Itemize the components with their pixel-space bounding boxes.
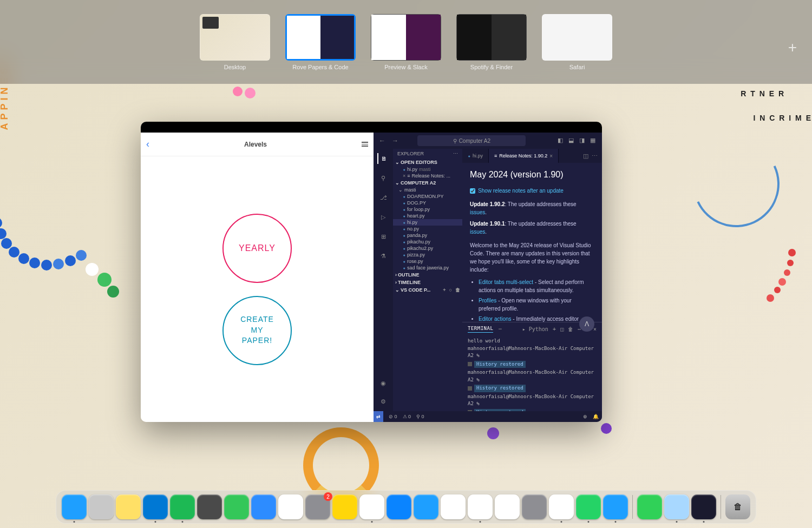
status-warnings[interactable]: ⚠ 0 — [403, 414, 411, 419]
back-button[interactable]: ‹ — [146, 138, 149, 150]
file-row[interactable]: ⬥heart.py — [393, 213, 462, 219]
split-terminal-icon[interactable]: ◫ — [560, 326, 564, 332]
dock-zoom[interactable] — [251, 494, 276, 519]
accounts-icon[interactable]: ◉ — [378, 378, 389, 388]
file-row[interactable]: ⬥no.py — [393, 226, 462, 232]
yearly-button[interactable]: YEARLY — [222, 214, 292, 283]
file-row[interactable]: ⬥hi.py — [393, 219, 462, 226]
layout-sidebar-left-icon[interactable]: ◧ — [558, 137, 565, 144]
add-space-button[interactable]: + — [788, 39, 797, 56]
space-preview-slack[interactable]: Preview & Slack — [371, 14, 441, 70]
file-row[interactable]: ⬥rose.py — [393, 258, 462, 265]
split-window[interactable]: ‹ Alevels YEARLY CREATE MY PAPER! ← → ⚲ … — [141, 122, 602, 422]
dock-calculator[interactable] — [197, 494, 222, 519]
dock-mail[interactable] — [414, 494, 438, 519]
open-editor-item[interactable]: ⬥ hi.py masti — [393, 166, 462, 173]
layout-sidebar-right-icon[interactable]: ◨ — [579, 137, 587, 144]
status-ports[interactable]: ⚲ 0 — [416, 414, 424, 419]
source-control-icon[interactable]: ⎇ — [378, 192, 389, 203]
layout-customize-icon[interactable]: ▦ — [590, 137, 598, 144]
copilot-icon[interactable]: ⊕ — [583, 414, 587, 419]
more-icon[interactable]: ⋯ — [453, 151, 458, 156]
dock-launchpad[interactable] — [89, 494, 114, 519]
dock-clock[interactable] — [441, 494, 466, 519]
file-row[interactable]: ⬥pizza.py — [393, 252, 462, 258]
testing-icon[interactable]: ⚗ — [378, 250, 389, 261]
file-row[interactable]: ⬥pikachu.py — [393, 239, 462, 245]
highlight-link[interactable]: Profiles — [479, 298, 496, 303]
dock-rovepapers[interactable] — [691, 494, 716, 519]
terminal-tab[interactable]: TERMINAL — [468, 326, 493, 333]
show-release-checkbox[interactable]: Show release notes after an update — [470, 187, 594, 195]
file-row[interactable]: ⬥DOG.PY — [393, 200, 462, 206]
timeline-section[interactable]: › TIMELINE — [393, 279, 462, 286]
settings-gear-icon[interactable]: ⚙ — [378, 396, 389, 407]
file-row[interactable]: ⬥DOAREMON.PY — [393, 193, 462, 200]
run-debug-icon[interactable]: ▷ — [378, 212, 389, 222]
tab-hi-py[interactable]: ⬥ hi.py — [462, 149, 489, 163]
release-notes-content[interactable]: May 2024 (version 1.90) Show release not… — [462, 163, 602, 322]
issues-link[interactable]: issues — [470, 209, 485, 215]
dock-roblox[interactable] — [522, 494, 547, 519]
space-rove-code[interactable]: Rove Papers & Code — [285, 14, 356, 70]
tab-release-notes[interactable]: ≡ Release Notes: 1.90.2 × — [489, 149, 559, 163]
space-safari[interactable]: Safari — [542, 14, 612, 70]
dock-notion[interactable] — [468, 494, 493, 519]
dock-settings[interactable]: 2 — [305, 494, 330, 519]
dock-slack[interactable] — [549, 494, 574, 519]
extensions-icon[interactable]: ⊞ — [378, 231, 389, 242]
more-icon[interactable]: ⋯ — [499, 326, 501, 332]
file-row[interactable]: ⬥panda.py — [393, 232, 462, 239]
space-desktop[interactable]: Desktop — [200, 14, 270, 70]
issues-link[interactable]: issues — [470, 229, 485, 235]
more-icon[interactable]: ⋯ — [592, 153, 598, 160]
explorer-icon[interactable]: 🗎 — [377, 153, 388, 164]
file-row[interactable]: ⬥pikachu2.py — [393, 245, 462, 252]
close-icon[interactable]: × — [549, 153, 553, 159]
command-center[interactable]: ⚲ Computer A2 — [417, 135, 526, 146]
search-icon[interactable]: ⚲ — [378, 173, 389, 183]
outline-section[interactable]: › OUTLINE — [393, 271, 462, 279]
workspace-section[interactable]: ⌄ COMPUTER A2 — [393, 179, 462, 187]
close-icon[interactable]: × — [403, 173, 405, 179]
nav-forward-icon[interactable]: → — [391, 137, 400, 144]
remote-indicator[interactable]: ⇄ — [374, 411, 383, 422]
status-errors[interactable]: ⊘ 0 — [389, 414, 397, 419]
trash-icon[interactable]: 🗑 — [568, 326, 573, 332]
create-paper-button[interactable]: CREATE MY PAPER! — [222, 296, 292, 365]
open-editor-item[interactable]: × ≡ Release Notes: ... — [393, 173, 462, 179]
add-terminal-icon[interactable]: + — [553, 326, 556, 332]
open-editors-section[interactable]: ⌄ OPEN EDITORS — [393, 159, 462, 166]
space-spotify-finder[interactable]: Spotify & Finder — [456, 14, 527, 70]
dock-trash[interactable]: 🗑 — [725, 494, 750, 519]
dock-safari[interactable] — [603, 494, 628, 519]
terminal-body[interactable]: hello worldmahnoorfaisal@Mahnoors-MacBoo… — [462, 335, 602, 411]
dock-chrome[interactable] — [359, 494, 384, 519]
dock-calendar[interactable] — [495, 494, 520, 519]
dock-spotify[interactable] — [170, 494, 195, 519]
folder-row[interactable]: ⌄ masti — [393, 187, 462, 193]
circle-icon[interactable]: ○ — [449, 287, 452, 293]
dock-photos[interactable] — [278, 494, 303, 519]
highlight-link[interactable]: Editor actions — [479, 316, 512, 322]
layout-panel-icon[interactable]: ⬓ — [568, 137, 576, 144]
dock-vscode[interactable] — [143, 494, 168, 519]
menu-icon[interactable] — [362, 142, 368, 147]
notifications-icon[interactable]: 🔔 — [593, 414, 599, 419]
dock-whatsapp[interactable] — [576, 494, 601, 519]
dock-preview[interactable] — [664, 494, 689, 519]
trash-icon[interactable]: 🗑 — [455, 287, 460, 293]
dock-appstore[interactable] — [387, 494, 411, 519]
scroll-to-top-button[interactable]: ᐱ — [579, 316, 594, 332]
dock-findmy[interactable] — [637, 494, 662, 519]
file-row[interactable]: ⬥for loop.py — [393, 206, 462, 213]
nav-back-icon[interactable]: ← — [378, 137, 387, 144]
dock-finder[interactable] — [62, 494, 87, 519]
terminal-shell-label[interactable]: ▸ Python — [522, 326, 548, 332]
add-icon[interactable]: + — [443, 287, 446, 293]
highlight-link[interactable]: Editor tabs multi-select — [479, 279, 533, 285]
dock-stickies[interactable] — [116, 494, 141, 519]
dock-notes[interactable] — [332, 494, 357, 519]
split-editor-icon[interactable]: ◫ — [583, 153, 588, 160]
dock-messages[interactable] — [224, 494, 249, 519]
